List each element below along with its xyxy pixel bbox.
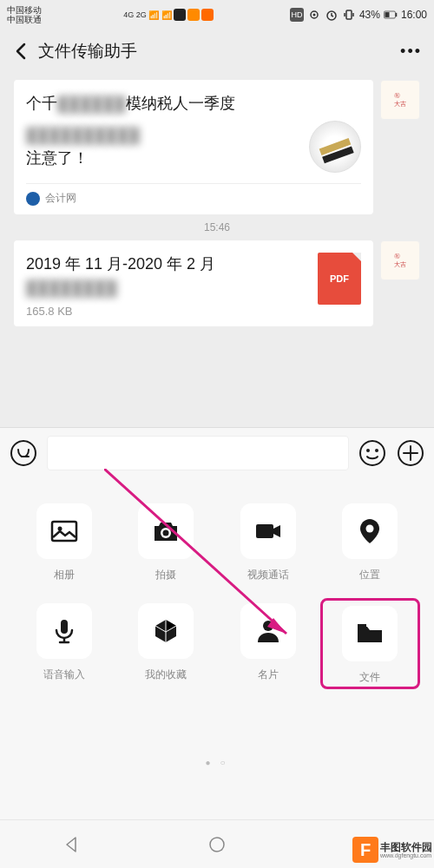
avatar[interactable]: ㊗大吉: [380, 240, 420, 280]
attachment-panel: 相册 拍摄 视频通话 位置 语音输入 我的收藏 名片 文件: [0, 477, 434, 819]
svg-rect-16: [256, 524, 273, 538]
watermark-text: 丰图软件园 www.dgfengtu.com: [380, 842, 432, 858]
svg-rect-12: [52, 522, 76, 541]
message-input[interactable]: [47, 436, 349, 470]
svg-point-1: [312, 14, 315, 16]
nav-back[interactable]: [62, 834, 82, 855]
chat-title: 文件传输助手: [38, 40, 137, 62]
hd-icon: HD: [290, 8, 304, 22]
svg-point-7: [11, 441, 36, 465]
status-app-icons: 4G 2G 📶 📶: [123, 9, 213, 21]
pdf-icon: PDF: [318, 253, 361, 305]
svg-rect-6: [396, 13, 397, 16]
timestamp: 15:46: [7, 221, 427, 233]
svg-point-17: [366, 525, 374, 533]
attach-videocall-label: 视频通话: [247, 568, 289, 582]
attach-videocall[interactable]: 视频通话: [221, 503, 315, 582]
file-size: 165.8 KB: [26, 305, 307, 318]
attach-favorites[interactable]: 我的收藏: [120, 603, 214, 687]
attach-file[interactable]: 文件: [320, 598, 421, 689]
svg-point-15: [163, 530, 169, 536]
watermark: F 丰图软件园 www.dgfengtu.com: [352, 837, 432, 863]
attach-location-label: 位置: [359, 568, 380, 582]
attach-camera[interactable]: 拍摄: [120, 503, 214, 582]
avatar[interactable]: ㊗大吉: [380, 80, 420, 120]
svg-point-8: [360, 441, 385, 465]
voice-button[interactable]: [9, 438, 38, 468]
svg-rect-20: [358, 624, 366, 628]
emoji-button[interactable]: [358, 438, 387, 468]
attach-contact-label: 名片: [258, 667, 279, 682]
source-icon: [26, 192, 40, 206]
message-card-article[interactable]: ㊗大吉 个千▓▓▓▓▓▓模纳税人一季度 ▓▓▓▓▓▓▓▓▓▓ 注意了！ 会计网: [14, 80, 373, 214]
attach-voiceinput-label: 语音输入: [43, 667, 85, 682]
file-name: 2019 年 11 月-2020 年 2 月 ▓▓▓▓▓▓▓▓: [26, 253, 307, 299]
nav-home[interactable]: [207, 834, 227, 855]
eye-icon: [307, 8, 321, 22]
back-button[interactable]: [12, 42, 31, 61]
attach-voiceinput[interactable]: 语音输入: [17, 603, 111, 687]
carrier-block: 中国移动 中国联通: [7, 5, 42, 24]
app-icon-2: [187, 9, 200, 21]
status-bar: 中国移动 中国联通 4G 2G 📶 📶 HD 43% 16:00: [0, 0, 434, 30]
svg-point-19: [263, 621, 273, 631]
page-indicator: ● ○: [0, 758, 434, 767]
svg-rect-18: [61, 620, 68, 634]
svg-rect-3: [346, 10, 352, 19]
chat-header: 文件传输助手 •••: [0, 30, 434, 73]
status-right: HD 43% 16:00: [290, 8, 427, 22]
battery-icon: [384, 8, 398, 22]
svg-point-23: [210, 838, 224, 852]
battery-percent: 43%: [359, 9, 380, 21]
message-card-file[interactable]: ㊗大吉 2019 年 11 月-2020 年 2 月 ▓▓▓▓▓▓▓▓ 165.…: [14, 240, 373, 326]
source-label: 会计网: [45, 191, 76, 206]
attach-location[interactable]: 位置: [324, 503, 418, 582]
attach-contact[interactable]: 名片: [221, 603, 315, 687]
article-thumb: [309, 121, 361, 173]
article-text: ▓▓▓▓▓▓▓▓▓▓ 注意了！: [26, 123, 300, 170]
svg-rect-5: [385, 12, 389, 17]
attach-album[interactable]: 相册: [17, 503, 111, 582]
chat-input-bar: [0, 427, 434, 477]
plus-button[interactable]: [396, 438, 425, 468]
app-icon-3: [201, 9, 214, 21]
watermark-icon: F: [352, 837, 378, 863]
svg-point-10: [375, 449, 378, 452]
alarm-icon: [325, 8, 339, 22]
signal-icon: 📶 📶: [148, 10, 172, 20]
more-button[interactable]: •••: [400, 43, 422, 61]
vibrate-icon: [342, 8, 356, 22]
attach-camera-label: 拍摄: [155, 568, 176, 582]
network-type: 4G 2G: [123, 10, 147, 19]
article-source: 会计网: [26, 183, 361, 206]
app-icon-1: [174, 9, 186, 21]
article-title: 个千▓▓▓▓▓▓模纳税人一季度: [26, 92, 361, 115]
carrier-1: 中国移动: [7, 5, 42, 15]
attach-favorites-label: 我的收藏: [145, 667, 187, 682]
svg-point-9: [366, 449, 370, 452]
carrier-2: 中国联通: [7, 15, 42, 24]
attach-album-label: 相册: [54, 568, 75, 582]
chat-area: ㊗大吉 个千▓▓▓▓▓▓模纳税人一季度 ▓▓▓▓▓▓▓▓▓▓ 注意了！ 会计网 …: [0, 80, 434, 326]
attach-file-label: 文件: [359, 670, 380, 685]
clock-time: 16:00: [401, 9, 427, 21]
